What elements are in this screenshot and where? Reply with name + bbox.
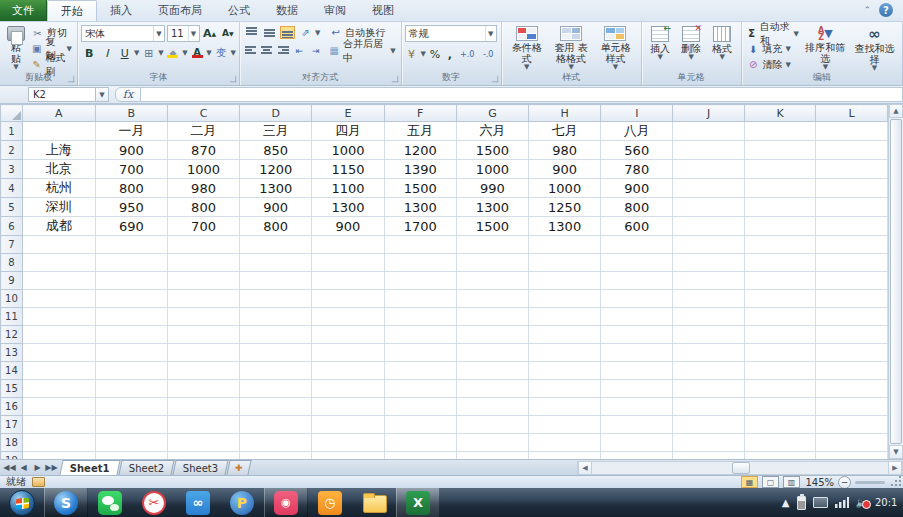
cell-C17[interactable] [167, 416, 239, 434]
clipboard-dialog-launcher[interactable] [68, 76, 74, 82]
cell-D6[interactable]: 800 [240, 217, 312, 236]
cell-D7[interactable] [240, 236, 312, 254]
cell-C2[interactable]: 870 [167, 141, 239, 160]
cell-G3[interactable]: 1000 [456, 160, 528, 179]
cell-D17[interactable] [240, 416, 312, 434]
cell-E12[interactable] [312, 326, 384, 344]
cell-A9[interactable] [22, 272, 95, 290]
cell-L19[interactable] [816, 452, 888, 460]
prev-sheet-icon[interactable]: ◀ [17, 463, 30, 472]
row-header-19[interactable]: 19 [1, 452, 23, 460]
cell-K7[interactable] [744, 236, 816, 254]
cell-C14[interactable] [167, 362, 239, 380]
cell-D19[interactable] [240, 452, 312, 460]
cell-D8[interactable] [240, 254, 312, 272]
cell-K1[interactable] [744, 122, 816, 141]
column-header-I[interactable]: I [601, 105, 673, 122]
tab-1[interactable]: 插入 [97, 0, 145, 21]
cell-D2[interactable]: 850 [240, 141, 312, 160]
cell-K18[interactable] [744, 434, 816, 452]
number-format-combo[interactable]: 常规 ▼ [405, 25, 497, 42]
hidden-icons-icon[interactable]: ▲ [782, 497, 790, 508]
page-break-view-button[interactable]: ▥ [783, 476, 800, 488]
cell-G14[interactable] [456, 362, 528, 380]
insert-function-button[interactable]: fx [115, 87, 141, 102]
column-header-C[interactable]: C [167, 105, 239, 122]
chevron-down-icon[interactable]: ▼ [206, 50, 211, 56]
cell-C4[interactable]: 980 [167, 179, 239, 198]
cell-G13[interactable] [456, 344, 528, 362]
cell-I6[interactable]: 600 [601, 217, 673, 236]
cell-A11[interactable] [22, 308, 95, 326]
cell-L6[interactable] [816, 217, 888, 236]
cell-B4[interactable]: 800 [95, 179, 167, 198]
row-header-4[interactable]: 4 [1, 179, 23, 198]
cell-B15[interactable] [95, 380, 167, 398]
row-header-14[interactable]: 14 [1, 362, 23, 380]
autosum-button[interactable]: Σ 自动求和 ▼ [745, 26, 801, 41]
column-header-L[interactable]: L [816, 105, 888, 122]
row-header-6[interactable]: 6 [1, 217, 23, 236]
cell-I12[interactable] [601, 326, 673, 344]
row-header-1[interactable]: 1 [1, 122, 23, 141]
cell-A3[interactable]: 北京 [22, 160, 95, 179]
cell-L7[interactable] [816, 236, 888, 254]
horizontal-scroll-thumb[interactable] [732, 462, 750, 474]
merge-center-button[interactable]: ▦ 合并后居中 ▼ [327, 43, 398, 58]
cell-J17[interactable] [673, 416, 744, 434]
borders-button[interactable]: ⊞ [140, 45, 157, 61]
cell-D9[interactable] [240, 272, 312, 290]
cell-B8[interactable] [95, 254, 167, 272]
tab-5[interactable]: 审阅 [311, 0, 359, 21]
cell-J1[interactable] [673, 122, 744, 141]
zoom-out-button[interactable]: − [838, 476, 851, 489]
cell-D4[interactable]: 1300 [240, 179, 312, 198]
cell-B6[interactable]: 690 [95, 217, 167, 236]
chevron-down-icon[interactable]: ▼ [421, 51, 426, 57]
cell-K17[interactable] [744, 416, 816, 434]
sogou-browser[interactable]: S [44, 488, 88, 517]
cell-B16[interactable] [95, 398, 167, 416]
cell-H19[interactable] [529, 452, 601, 460]
cell-E17[interactable] [312, 416, 384, 434]
cell-A16[interactable] [22, 398, 95, 416]
cell-I7[interactable] [601, 236, 673, 254]
cell-C19[interactable] [167, 452, 239, 460]
cell-C1[interactable]: 二月 [167, 122, 239, 141]
row-header-15[interactable]: 15 [1, 380, 23, 398]
shrink-font-button[interactable]: A▼ [220, 25, 236, 41]
cell-F13[interactable] [384, 344, 456, 362]
next-sheet-icon[interactable]: ▶ [31, 463, 44, 472]
scroll-left-icon[interactable]: ◀ [578, 462, 592, 474]
cell-F12[interactable] [384, 326, 456, 344]
cell-K9[interactable] [744, 272, 816, 290]
chevron-down-icon[interactable]: ▼ [182, 50, 187, 56]
row-header-3[interactable]: 3 [1, 160, 23, 179]
cell-A14[interactable] [22, 362, 95, 380]
cell-E19[interactable] [312, 452, 384, 460]
cell-I1[interactable]: 八月 [601, 122, 673, 141]
cell-J16[interactable] [673, 398, 744, 416]
cell-J4[interactable] [673, 179, 744, 198]
cell-F1[interactable]: 五月 [384, 122, 456, 141]
row-header-2[interactable]: 2 [1, 141, 23, 160]
decrease-indent-button[interactable]: ⇤ [292, 43, 307, 58]
cell-F6[interactable]: 1700 [384, 217, 456, 236]
cell-K16[interactable] [744, 398, 816, 416]
cell-J10[interactable] [673, 290, 744, 308]
cell-G1[interactable]: 六月 [456, 122, 528, 141]
alignment-dialog-launcher[interactable] [391, 76, 397, 82]
format-painter-button[interactable]: ✎ 格式刷 [29, 57, 74, 72]
cell-H5[interactable]: 1250 [529, 198, 601, 217]
cell-F9[interactable] [384, 272, 456, 290]
cell-G6[interactable]: 1500 [456, 217, 528, 236]
chevron-down-icon[interactable]: ▼ [230, 50, 235, 56]
cell-I14[interactable] [601, 362, 673, 380]
cell-H9[interactable] [529, 272, 601, 290]
cell-C16[interactable] [167, 398, 239, 416]
name-box-dropdown[interactable]: ▼ [96, 87, 109, 102]
cell-I5[interactable]: 800 [601, 198, 673, 217]
zoom-slider[interactable] [855, 481, 885, 484]
cell-G9[interactable] [456, 272, 528, 290]
cell-F18[interactable] [384, 434, 456, 452]
